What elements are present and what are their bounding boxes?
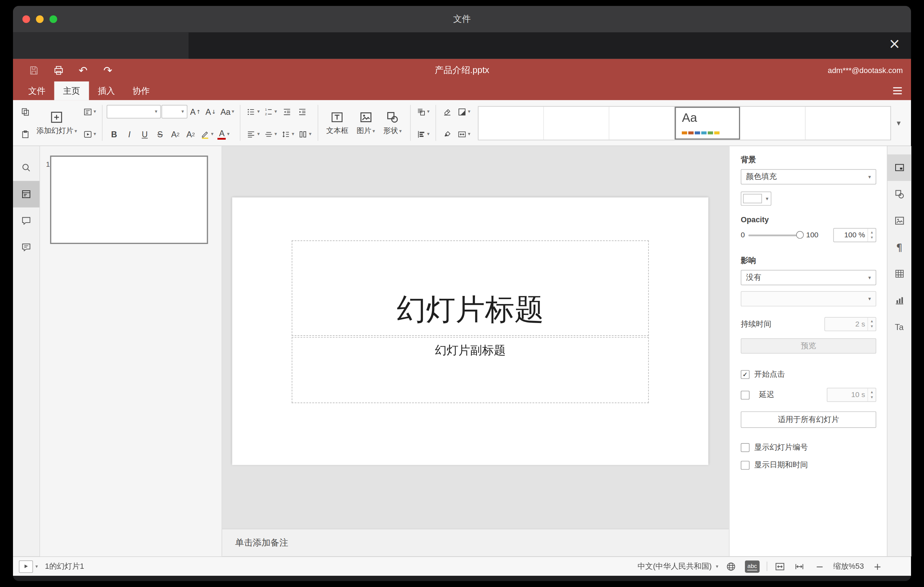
decrease-indent-button[interactable] (279, 104, 294, 119)
undo-button[interactable]: ↶ (74, 62, 92, 78)
slider-handle[interactable] (796, 231, 804, 239)
highlight-color-button[interactable]: ▾ (199, 126, 215, 142)
theme-item[interactable] (609, 106, 675, 139)
table-settings-button[interactable] (888, 261, 911, 287)
copy-button[interactable] (18, 104, 32, 119)
subscript-button[interactable]: A2 (183, 126, 198, 142)
delay-spinner[interactable]: 10 s ▴▾ (827, 387, 876, 402)
subtitle-placeholder[interactable]: 幻灯片副标题 (292, 337, 649, 403)
line-spacing-button[interactable]: ▾ (279, 126, 296, 142)
insert-textbox-button[interactable]: 文本框 (322, 103, 352, 143)
notes-area[interactable]: 单击添加备注 (222, 529, 729, 556)
start-slideshow-status-button[interactable]: ▾ (19, 560, 38, 572)
save-button[interactable] (25, 62, 42, 78)
bold-button[interactable]: B (107, 126, 122, 142)
font-color-button[interactable]: A▾ (216, 126, 231, 142)
insert-image-button[interactable]: 图片▾ (353, 103, 379, 143)
theme-item[interactable] (478, 106, 544, 139)
superscript-button[interactable]: A2 (168, 126, 183, 142)
effect-type-select[interactable]: ▾ (741, 291, 876, 307)
search-button[interactable] (13, 155, 40, 181)
shape-fill-button[interactable]: ▾ (455, 104, 472, 119)
shape-settings-button[interactable] (888, 181, 911, 208)
insert-shape-button[interactable]: 形状▾ (379, 103, 406, 143)
fit-width-button[interactable] (794, 561, 806, 572)
spellcheck-toggle[interactable]: abc (745, 560, 760, 572)
zoom-in-button[interactable]: + (871, 561, 884, 572)
start-on-click-checkbox[interactable]: ✓ (741, 370, 749, 378)
preview-button[interactable]: 预览 (741, 338, 876, 353)
fit-slide-button[interactable] (774, 561, 787, 572)
vertical-align-button[interactable]: ▾ (262, 126, 279, 142)
spinner-up-icon[interactable]: ▴ (871, 390, 873, 394)
arrange-shapes-button[interactable]: ▾ (414, 104, 431, 119)
slide-settings-button[interactable] (888, 155, 911, 181)
underline-button[interactable]: U (137, 126, 152, 142)
font-name-select[interactable]: ▾ (107, 105, 161, 119)
tab-insert[interactable]: 插入 (89, 81, 124, 101)
textart-settings-button[interactable]: Ta (888, 313, 911, 340)
align-objects-button[interactable]: ▾ (414, 126, 431, 142)
paste-button[interactable] (18, 126, 32, 142)
duration-spinner[interactable]: 2 s ▴▾ (824, 317, 876, 331)
spinner-up-icon[interactable]: ▴ (871, 230, 873, 234)
clear-style-button[interactable] (440, 104, 455, 119)
theme-item-selected[interactable]: Aa (675, 106, 740, 139)
zoom-window-button[interactable] (50, 15, 57, 23)
increase-font-button[interactable]: A↑ (188, 104, 203, 119)
title-placeholder[interactable]: 幻灯片标题 (292, 241, 649, 336)
font-size-select[interactable]: ▾ (162, 105, 188, 119)
paragraph-settings-button[interactable]: ¶ (888, 234, 911, 261)
apply-to-all-button[interactable]: 适用于所有幻灯片 (741, 411, 876, 428)
chat-panel-button[interactable] (13, 234, 40, 261)
columns-button[interactable]: ▾ (297, 126, 313, 142)
add-slide-button[interactable]: 添加幻灯片▾ (32, 103, 81, 143)
change-case-button[interactable]: Aa▾ (219, 104, 236, 119)
image-settings-button[interactable] (888, 208, 911, 234)
slides-panel-button[interactable] (13, 181, 40, 208)
horizontal-align-button[interactable]: ▾ (245, 126, 261, 142)
show-slide-number-checkbox[interactable] (741, 443, 749, 452)
delay-checkbox[interactable] (741, 391, 749, 399)
numbering-button[interactable]: ▾ (262, 104, 279, 119)
menu-icon[interactable] (891, 81, 904, 101)
theme-gallery-expand-button[interactable]: ▾ (891, 106, 906, 140)
bullets-button[interactable]: ▾ (245, 104, 261, 119)
print-button[interactable] (50, 62, 67, 78)
slide[interactable]: 幻灯片标题 幻灯片副标题 (232, 197, 708, 465)
minimize-window-button[interactable] (36, 15, 43, 23)
spinner-up-icon[interactable]: ▴ (871, 320, 873, 324)
increase-indent-button[interactable] (295, 104, 309, 119)
language-select[interactable]: 中文(中华人民共和国) ▾ (637, 561, 718, 572)
theme-item[interactable] (741, 106, 806, 139)
zoom-out-button[interactable]: − (813, 561, 826, 572)
slide-size-button[interactable]: ▾ (455, 126, 472, 142)
slide-canvas[interactable]: 幻灯片标题 幻灯片副标题 (222, 146, 729, 528)
opacity-slider[interactable] (749, 231, 802, 239)
start-slideshow-button[interactable]: ▾ (81, 126, 97, 142)
spinner-down-icon[interactable]: ▾ (871, 395, 873, 399)
tab-file[interactable]: 文件 (19, 81, 54, 101)
copy-style-button[interactable] (440, 126, 455, 142)
decrease-font-button[interactable]: A↓ (203, 104, 218, 119)
slide-layout-button[interactable]: ▾ (81, 104, 97, 119)
spinner-down-icon[interactable]: ▾ (871, 236, 873, 240)
comments-panel-button[interactable] (13, 208, 40, 234)
chart-settings-button[interactable] (888, 287, 911, 313)
close-window-button[interactable] (23, 15, 30, 23)
opacity-spinner[interactable]: 100 % ▴▾ (833, 228, 876, 242)
tab-collaboration[interactable]: 协作 (124, 81, 158, 101)
show-date-time-checkbox[interactable] (741, 461, 749, 469)
tab-home[interactable]: 主页 (54, 81, 89, 101)
document-language-button[interactable] (725, 561, 738, 572)
strikeout-button[interactable]: S (153, 126, 167, 142)
close-icon[interactable]: × (889, 36, 901, 51)
italic-button[interactable]: I (122, 126, 137, 142)
theme-item[interactable] (544, 106, 609, 139)
background-color-button[interactable]: ▾ (741, 192, 771, 206)
slide-thumbnail-selected[interactable] (50, 155, 208, 244)
spinner-down-icon[interactable]: ▾ (871, 325, 873, 329)
effect-select[interactable]: 没有 ▾ (741, 270, 876, 285)
redo-button[interactable]: ↷ (99, 62, 117, 78)
background-fill-select[interactable]: 颜色填充 ▾ (741, 169, 876, 185)
